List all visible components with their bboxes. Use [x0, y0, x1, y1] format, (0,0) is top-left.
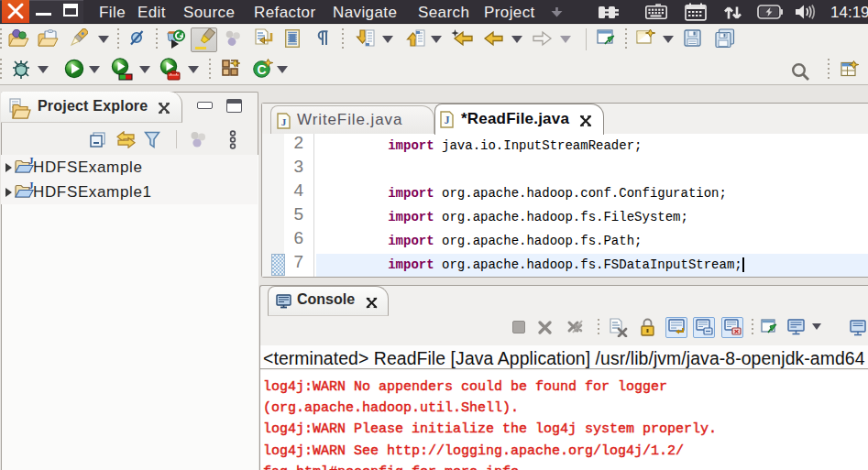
svg-text:C: C [257, 62, 266, 77]
svg-text:J: J [445, 115, 450, 126]
svg-text:J: J [281, 116, 287, 127]
